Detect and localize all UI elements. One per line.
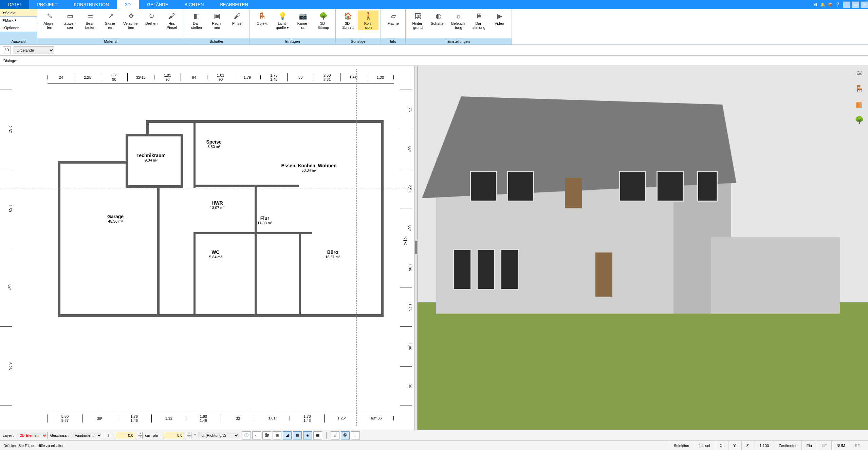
dim-segment: 1,00 (367, 75, 394, 79)
window-3d (619, 171, 646, 202)
door-3d (595, 252, 612, 297)
ribbon-btn[interactable]: 🖥Dar-stellung (469, 11, 489, 30)
ext-line-v (356, 69, 357, 426)
ribbon-icon: ⤢ (106, 11, 115, 21)
window-3d (500, 249, 519, 290)
phi-input[interactable] (164, 432, 184, 439)
menu-tab-sichten[interactable]: SICHTEN (176, 0, 212, 9)
ribbon-btn[interactable]: ▭Bear-beiten (80, 11, 100, 30)
dim-segment: 2,51 (400, 169, 412, 208)
wall-int6 (193, 232, 196, 317)
minimize-button[interactable]: — (843, 1, 850, 8)
right-tool-2[interactable]: ▦ (854, 99, 865, 110)
ribbon-btn[interactable]: ☼Beleuch-tung (448, 11, 469, 30)
ribbon-btn-label: Skalie-ren (105, 21, 116, 30)
ribbon-btn[interactable]: ◐Schatten (428, 11, 448, 26)
bottom-tool2-1[interactable]: Ⓝ (341, 431, 350, 439)
ribbon-btn-label: Drehen (145, 21, 158, 25)
ribbon-btn[interactable]: ▭Zuwei-sen (60, 11, 80, 30)
menu-tab-gelände[interactable]: GELÄNDE (139, 0, 176, 9)
layer-select[interactable]: 2D-Elemen (17, 432, 48, 439)
length-spinner[interactable]: ▴▾ (138, 432, 143, 439)
phi-spinner[interactable]: ▴▾ (187, 432, 191, 439)
right-tool-3[interactable]: 🌳 (854, 115, 865, 126)
ribbon-group-footer: Schatten (184, 38, 250, 44)
menu-tab-projekt[interactable]: PROJEKT (29, 0, 66, 9)
ribbon-icon: ▭ (65, 11, 75, 21)
pane-splitter[interactable] (414, 66, 418, 430)
menu-tab-bearbeiten[interactable]: BEARBEITEN (212, 0, 256, 9)
window-3d (477, 249, 495, 290)
notify-icon[interactable]: 🔔 (819, 1, 827, 8)
dim-segment: 1,41⁵ (340, 75, 367, 79)
dim-segment: 1,601,46 (186, 414, 221, 423)
north-label: A (403, 241, 407, 245)
dim-segment: 24 (48, 75, 74, 79)
ribbon-btn[interactable]: 🖼Hinter-grund (408, 11, 428, 30)
bottom-tool-2[interactable]: 🎥 (262, 431, 271, 439)
north-indicator: △ A (403, 235, 407, 245)
pkg-icon[interactable]: 📦 (827, 1, 834, 8)
bottom-tool2-0[interactable]: ⊞ (331, 431, 339, 439)
selekt-button[interactable]: ➤Selekt (0, 9, 37, 17)
auswahl-footer: Auswahl (0, 32, 37, 44)
ribbon-btn[interactable]: ▱Fläche (383, 11, 403, 26)
ribbon-btn[interactable]: 🏠3D-Schnitt (338, 11, 358, 30)
pane-2d-floorplan[interactable]: 242,2588⁵9032¹151,0190841,01901,791,761,… (0, 66, 414, 430)
bottom-tool-0[interactable]: 🕑 (242, 431, 251, 439)
wall-int2 (193, 185, 299, 187)
phi-label: phi = (153, 433, 161, 437)
help-icon[interactable]: ❔ (834, 1, 842, 8)
tools-icon[interactable]: 🛠 (812, 1, 819, 8)
ribbon-btn[interactable]: 🌳3D-Bitmap (313, 11, 333, 30)
ribbon-btn[interactable]: ▣Rech-nen (207, 11, 227, 30)
right-tool-0[interactable]: ≋ (854, 68, 865, 79)
bottom-tool-1[interactable]: ▭ (252, 431, 261, 439)
bottom-tool-3[interactable]: ▦ (273, 431, 281, 439)
wall-int4 (193, 232, 312, 234)
menu-tab-konstruktion[interactable]: KONSTRUKTION (66, 0, 117, 9)
floorplan: 242,2588⁵9032¹151,0190841,01901,791,761,… (0, 69, 414, 426)
ribbon-btn[interactable]: ▶Video (489, 11, 510, 26)
maximize-button[interactable]: ▭ (852, 1, 859, 8)
ribbon-btn[interactable]: 🖌Pinsel (227, 11, 247, 26)
ribbon-btn-label: Dar-stellung (473, 21, 485, 30)
ribbon-btn[interactable]: 📷Kame-ra (293, 11, 313, 30)
ribbon-btn[interactable]: 🪑Objekt (252, 11, 272, 26)
ribbon-btn[interactable]: ✥Verschie-ben (121, 11, 141, 30)
dl-select[interactable]: dl (Richtung/Di (199, 432, 239, 439)
status-unit: Zentimeter (774, 441, 801, 450)
ribbon-icon: 🌳 (318, 11, 328, 21)
bottom-tool-4[interactable]: ◢ (283, 431, 292, 439)
ribbon-btn[interactable]: ↻Drehen (141, 11, 162, 26)
bottom-tool-6[interactable]: ◈ (303, 431, 312, 439)
ribbon-icon: 🏠 (343, 11, 353, 21)
bottom-tool-5[interactable]: ▦ (293, 431, 302, 439)
pane-3d-view[interactable] (418, 66, 868, 430)
window-3d (697, 171, 718, 202)
length-input[interactable] (115, 432, 135, 439)
bottom-tool2-2[interactable]: ⋮ (351, 431, 360, 439)
selekt-label: Selekt (5, 11, 16, 15)
bottom-tool-7[interactable]: ▦ (313, 431, 322, 439)
optionen-button[interactable]: +Optionen (0, 24, 37, 32)
secondary-bar: 3D Urgelände (0, 45, 868, 56)
menu-tab-3d[interactable]: 3D (117, 0, 139, 9)
geschoss-select[interactable]: Fundament (72, 432, 102, 439)
mark-button[interactable]: ✶Mark. ▾ (0, 17, 37, 24)
close-button[interactable]: ✕ (861, 1, 868, 8)
terrain-dropdown[interactable]: Urgelände (14, 46, 54, 54)
ribbon-btn[interactable]: 🚶Kolli-sion (358, 11, 378, 30)
ribbon-btn[interactable]: 🖌Hin.Pinsel (162, 11, 182, 30)
ribbon-btn[interactable]: ⤢Skalie-ren (100, 11, 121, 30)
right-tool-1[interactable]: 🪑 (854, 83, 865, 94)
ribbon-btn-label: Licht-quelle ▾ (276, 21, 289, 30)
ribbon-btn[interactable]: ◧Dar-stellen (186, 11, 207, 30)
length-unit: cm (145, 433, 150, 437)
ribbon-btn-label: Fläche (387, 21, 399, 25)
dim-segment: 1,0190 (207, 73, 234, 81)
ribbon-btn[interactable]: 💡Licht-quelle ▾ (272, 11, 293, 30)
ribbon-btn[interactable]: ✎Abgrei-fen (39, 11, 60, 30)
ribbon-group-footer: Einstellungen (406, 38, 512, 44)
menu-tab-datei[interactable]: DATEI (0, 0, 29, 9)
